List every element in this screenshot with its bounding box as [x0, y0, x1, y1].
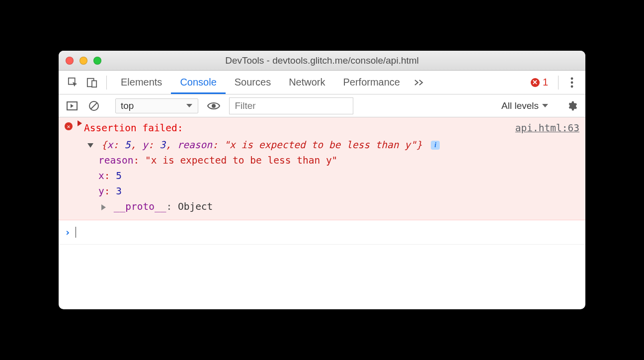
error-icon: ✕ [65, 120, 78, 136]
devtools-window: DevTools - devtools.glitch.me/console/ap… [59, 51, 585, 309]
gear-icon [566, 100, 577, 111]
collapse-object-toggle[interactable] [87, 143, 93, 148]
console-error-message: ✕ Assertion failed: api.html:63 {x: 5, y… [59, 117, 585, 220]
tab-performance[interactable]: Performance [334, 71, 409, 94]
error-count-badge[interactable]: ✕ 1 [526, 77, 553, 88]
toggle-sidebar-button[interactable] [65, 101, 80, 110]
svg-line-8 [91, 103, 97, 109]
main-toolbar: Elements Console Sources Network Perform… [59, 71, 585, 94]
execution-context-select[interactable]: top [115, 98, 198, 113]
prompt-caret-icon: › [65, 224, 71, 240]
info-icon[interactable]: i [431, 141, 440, 150]
kebab-icon [570, 77, 573, 88]
svg-point-5 [571, 86, 573, 88]
error-count: 1 [543, 77, 548, 88]
levels-label: All levels [501, 100, 539, 111]
device-icon [86, 77, 97, 88]
error-header: Assertion failed: [84, 120, 183, 136]
svg-rect-2 [92, 81, 96, 87]
error-icon: ✕ [531, 78, 540, 87]
clear-icon [88, 100, 99, 111]
source-link[interactable]: api.html:63 [515, 120, 579, 136]
window-controls [66, 57, 101, 65]
property-row[interactable]: reason: "x is expected to be less than y… [98, 153, 579, 168]
log-levels-select[interactable]: All levels [501, 100, 549, 111]
property-row[interactable]: y: 3 [98, 183, 579, 199]
tab-console[interactable]: Console [171, 71, 225, 94]
sidebar-icon [67, 101, 78, 110]
device-toolbar-button[interactable] [82, 71, 101, 94]
proto-row[interactable]: __proto__: Object [101, 199, 579, 214]
eye-icon [207, 101, 220, 110]
close-window-button[interactable] [66, 57, 74, 65]
console-settings-button[interactable] [564, 100, 579, 111]
inspect-icon [68, 77, 79, 88]
context-value: top [121, 100, 134, 111]
tab-sources[interactable]: Sources [226, 71, 280, 94]
object-properties: reason: "x is expected to be less than y… [87, 153, 579, 215]
text-cursor [76, 227, 76, 238]
devtools-menu-button[interactable] [564, 77, 580, 88]
filter-input[interactable] [229, 97, 353, 114]
tab-network[interactable]: Network [280, 71, 334, 94]
more-tabs-button[interactable] [409, 79, 430, 86]
toolbar-divider [106, 76, 107, 90]
object-preview[interactable]: {x: 5, y: 3, reason: "x is expected to b… [87, 137, 579, 153]
minimize-window-button[interactable] [80, 57, 87, 65]
titlebar: DevTools - devtools.glitch.me/console/ap… [59, 51, 585, 71]
console-empty-area[interactable] [59, 245, 585, 309]
chevron-down-icon [542, 103, 549, 108]
console-prompt[interactable]: › [59, 220, 585, 245]
svg-point-4 [571, 82, 573, 84]
clear-console-button[interactable] [86, 100, 101, 111]
console-output: ✕ Assertion failed: api.html:63 {x: 5, y… [59, 117, 585, 309]
expand-message-toggle[interactable] [78, 120, 82, 126]
chevron-down-icon [186, 103, 193, 108]
expand-proto-toggle[interactable] [101, 204, 106, 210]
svg-point-9 [212, 104, 216, 108]
tab-elements[interactable]: Elements [112, 71, 171, 94]
svg-point-3 [571, 78, 573, 80]
console-toolbar: top All levels [59, 94, 585, 117]
window-title: DevTools - devtools.glitch.me/console/ap… [59, 55, 585, 66]
chevrons-right-icon [414, 79, 425, 86]
zoom-window-button[interactable] [93, 57, 101, 65]
live-expression-button[interactable] [205, 101, 222, 110]
panel-tabs: Elements Console Sources Network Perform… [112, 71, 409, 94]
property-row[interactable]: x: 5 [98, 168, 579, 183]
toolbar-divider [558, 76, 559, 90]
inspect-element-button[interactable] [64, 71, 82, 94]
